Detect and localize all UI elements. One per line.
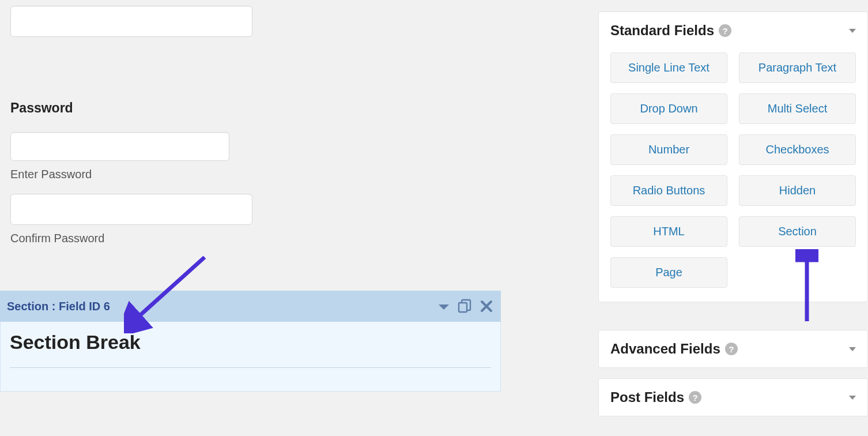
field-btn-number[interactable]: Number <box>610 134 727 165</box>
section-break-title: Section Break <box>10 331 491 354</box>
standard-fields-panel: Standard Fields ? Single Line TextParagr… <box>598 12 868 302</box>
chevron-down-icon[interactable] <box>849 347 856 351</box>
field-btn-multi-select[interactable]: Multi Select <box>739 93 856 124</box>
help-icon[interactable]: ? <box>719 24 731 37</box>
collapse-icon[interactable] <box>439 303 449 310</box>
field-btn-radio-buttons[interactable]: Radio Buttons <box>610 175 727 206</box>
advanced-fields-panel: Advanced Fields ? <box>598 330 868 368</box>
chevron-down-icon[interactable] <box>849 396 856 400</box>
enter-password-label: Enter Password <box>10 168 500 181</box>
password-label: Password <box>10 100 500 116</box>
duplicate-icon[interactable] <box>457 299 472 314</box>
advanced-fields-title: Advanced Fields <box>610 341 720 357</box>
help-icon[interactable]: ? <box>725 343 738 355</box>
section-field[interactable]: Section : Field ID 6 Section <box>0 291 501 392</box>
enter-password-input[interactable] <box>10 132 229 161</box>
field-btn-html[interactable]: HTML <box>610 216 727 247</box>
form-editor: Password Enter Password Confirm Password <box>10 0 500 245</box>
delete-icon[interactable] <box>480 300 493 313</box>
field-btn-single-line-text[interactable]: Single Line Text <box>610 52 727 83</box>
field-btn-checkboxes[interactable]: Checkboxes <box>739 134 856 165</box>
field-btn-paragraph-text[interactable]: Paragraph Text <box>739 52 856 83</box>
confirm-password-input[interactable] <box>10 194 252 225</box>
svg-rect-1 <box>459 303 467 312</box>
field-btn-page[interactable]: Page <box>610 257 727 288</box>
field-btn-section[interactable]: Section <box>739 216 856 247</box>
section-field-id: Section : Field ID 6 <box>7 300 110 313</box>
field-btn-drop-down[interactable]: Drop Down <box>610 93 727 124</box>
advanced-fields-header[interactable]: Advanced Fields ? <box>599 330 867 367</box>
help-icon[interactable]: ? <box>689 391 701 404</box>
section-divider <box>10 367 491 368</box>
section-field-header[interactable]: Section : Field ID 6 <box>0 291 501 322</box>
section-field-body: Section Break <box>0 322 501 392</box>
post-fields-panel: Post Fields ? <box>598 378 868 416</box>
chevron-down-icon[interactable] <box>849 29 856 33</box>
confirm-password-label: Confirm Password <box>10 232 500 245</box>
standard-fields-grid: Single Line TextParagraph TextDrop DownM… <box>599 49 867 302</box>
post-fields-title: Post Fields <box>610 389 684 405</box>
standard-fields-title: Standard Fields <box>610 22 714 39</box>
field-btn-hidden[interactable]: Hidden <box>739 175 856 206</box>
post-fields-header[interactable]: Post Fields ? <box>599 379 867 416</box>
svg-marker-0 <box>439 305 449 310</box>
text-field-input[interactable] <box>10 6 252 37</box>
standard-fields-header[interactable]: Standard Fields ? <box>599 12 867 49</box>
